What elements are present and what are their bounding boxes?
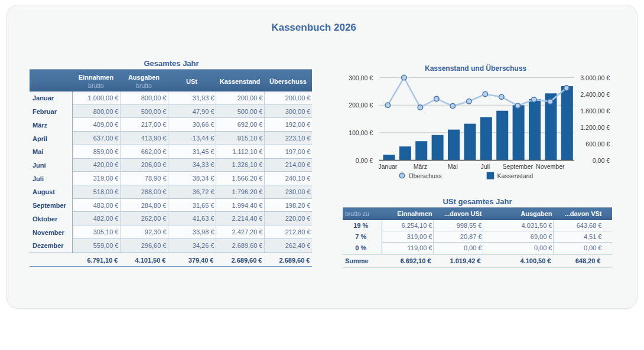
svg-text:Überschuss: Überschuss — [409, 172, 441, 179]
svg-text:0,00 €: 0,00 € — [593, 157, 610, 164]
svg-text:100,00 €: 100,00 € — [349, 129, 373, 136]
svg-text:November: November — [536, 163, 565, 170]
svg-text:0,00 €: 0,00 € — [356, 157, 373, 164]
svg-text:200,00 €: 200,00 € — [349, 102, 373, 109]
svg-text:300,00 €: 300,00 € — [349, 74, 373, 81]
svg-text:Juli: Juli — [480, 163, 490, 170]
svg-text:600,00 €: 600,00 € — [586, 140, 610, 148]
svg-text:Kassenstand: Kassenstand — [497, 172, 534, 179]
svg-text:Mai: Mai — [448, 163, 458, 170]
svg-text:März: März — [414, 163, 427, 170]
svg-text:3.000,00 €: 3.000,00 € — [580, 74, 610, 81]
svg-text:Januar: Januar — [378, 163, 398, 170]
svg-text:2.400,00 €: 2.400,00 € — [580, 91, 610, 98]
svg-text:1.200,00 €: 1.200,00 € — [580, 124, 610, 131]
svg-text:Kassenstand und Überschuss: Kassenstand und Überschuss — [425, 64, 526, 73]
svg-text:1.800,00 €: 1.800,00 € — [580, 107, 610, 115]
svg-text:September: September — [503, 163, 534, 170]
